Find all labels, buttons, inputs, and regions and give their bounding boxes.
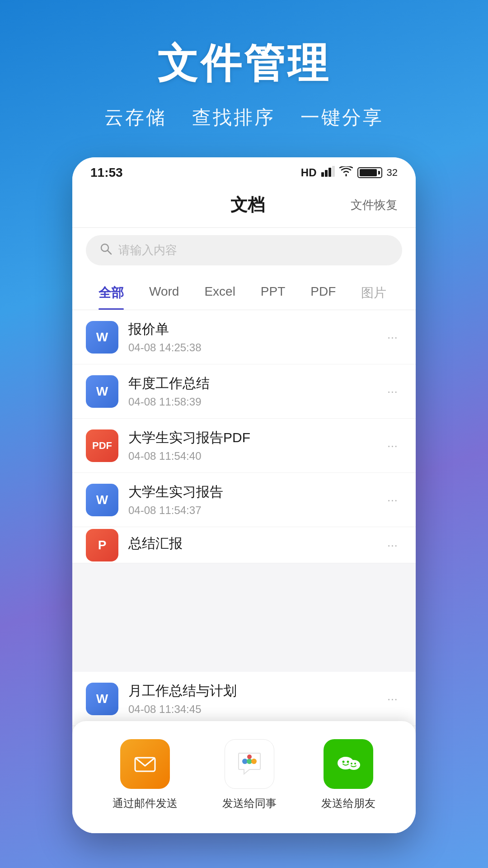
word-file-icon: W	[86, 375, 118, 408]
svg-rect-2	[328, 168, 331, 177]
svg-rect-0	[321, 172, 324, 177]
file-name: 年度工作总结	[128, 374, 383, 393]
tab-excel[interactable]: Excel	[192, 274, 248, 310]
battery-tip	[378, 171, 380, 175]
more-options-button[interactable]: ···	[383, 488, 402, 512]
tab-pdf[interactable]: PDF	[298, 274, 348, 310]
subtitle-cloud: 云存储	[104, 107, 167, 128]
svg-rect-1	[325, 170, 328, 177]
colleague-share-label: 发送给同事	[222, 796, 277, 811]
colleague-icon-svg	[235, 750, 264, 778]
wechat-share-icon	[324, 739, 373, 789]
page-title: 文档	[145, 193, 351, 217]
file-item[interactable]: W 年度工作总结 04-08 11:58:39 ···	[72, 364, 416, 419]
svg-point-10	[247, 755, 252, 759]
file-date: 04-08 11:54:40	[128, 450, 383, 462]
pdf-file-icon: PDF	[86, 429, 118, 462]
file-item[interactable]: PDF 大学生实习报告PDF 04-08 11:54:40 ···	[72, 419, 416, 473]
battery-level: 32	[387, 167, 398, 179]
svg-point-13	[342, 761, 344, 763]
battery-icon	[357, 167, 382, 178]
file-info: 大学生实习报告PDF 04-08 11:54:40	[128, 429, 383, 462]
file-info: 大学生实习报告 04-08 11:54:37	[128, 483, 383, 517]
phone-container: 11:53 HD	[72, 157, 416, 833]
email-share-icon	[120, 739, 170, 789]
share-option-colleague[interactable]: 发送给同事	[222, 739, 277, 811]
file-name: 大学生实习报告	[128, 483, 383, 501]
status-bar: 11:53 HD	[72, 157, 416, 184]
filter-tabs: 全部 Word Excel PPT PDF 图片	[72, 274, 416, 310]
signal-icon: HD	[301, 166, 317, 179]
file-date: 04-08 11:34:45	[128, 703, 383, 716]
status-icons: HD	[301, 166, 398, 179]
file-name: 月工作总结与计划	[128, 682, 383, 700]
share-option-email[interactable]: 通过邮件发送	[113, 739, 178, 811]
search-container: 请输入内容	[72, 228, 416, 274]
wechat-icon-svg	[333, 749, 364, 779]
share-option-wechat[interactable]: 发送给朋友	[321, 739, 375, 811]
svg-point-12	[347, 760, 360, 770]
svg-line-5	[108, 250, 111, 254]
more-options-button[interactable]: ···	[383, 687, 402, 711]
subtitle-share: 一键分享	[300, 107, 384, 128]
file-date: 04-08 11:54:37	[128, 504, 383, 517]
app-header: 文档 文件恢复	[72, 184, 416, 228]
svg-rect-3	[332, 166, 335, 177]
more-options-button[interactable]: ···	[383, 533, 402, 557]
tab-all[interactable]: 全部	[86, 274, 136, 310]
header-section: 文件管理 云存储 查找排序 一键分享	[0, 0, 488, 157]
more-options-button[interactable]: ···	[383, 380, 402, 403]
status-time: 11:53	[90, 165, 123, 180]
file-date: 04-08 14:25:38	[128, 341, 383, 354]
file-date: 04-08 11:58:39	[128, 396, 383, 408]
search-icon	[99, 242, 112, 258]
app-main-title: 文件管理	[18, 36, 470, 91]
svg-point-9	[251, 759, 257, 764]
svg-point-16	[354, 763, 356, 764]
word-file-icon: W	[86, 484, 118, 516]
share-options: 通过邮件发送 发送	[90, 739, 398, 811]
tab-word[interactable]: Word	[136, 274, 192, 310]
file-list-upper: W 报价单 04-08 14:25:38 ··· W 年度工作总结 04-08 …	[72, 310, 416, 563]
search-input-placeholder: 请输入内容	[118, 242, 177, 258]
phone-wrapper: 11:53 HD	[0, 157, 488, 833]
email-icon-svg	[131, 750, 159, 778]
search-bar[interactable]: 请输入内容	[86, 235, 402, 265]
file-info: 总结汇报	[128, 534, 383, 556]
wifi-icon	[339, 166, 353, 179]
word-file-icon: W	[86, 321, 118, 354]
file-item[interactable]: W 大学生实习报告 04-08 11:54:37 ···	[72, 473, 416, 527]
subtitle-search: 查找排序	[192, 107, 275, 128]
svg-point-15	[351, 763, 352, 764]
wechat-share-label: 发送给朋友	[321, 796, 375, 811]
more-options-button[interactable]: ···	[383, 434, 402, 458]
file-name: 报价单	[128, 320, 383, 339]
file-item[interactable]: P 总结汇报 ···	[72, 527, 416, 563]
signal-bars-icon	[321, 166, 335, 179]
file-recovery-button[interactable]: 文件恢复	[351, 197, 398, 213]
word-file-icon: W	[86, 683, 118, 715]
file-info: 年度工作总结 04-08 11:58:39	[128, 374, 383, 408]
battery-fill	[360, 169, 377, 176]
file-name: 大学生实习报告PDF	[128, 429, 383, 447]
email-share-label: 通过邮件发送	[113, 796, 178, 811]
colleague-share-icon	[225, 739, 274, 789]
tab-ppt[interactable]: PPT	[248, 274, 298, 310]
file-item[interactable]: W 月工作总结与计划 04-08 11:34:45 ···	[72, 672, 416, 726]
more-options-button[interactable]: ···	[383, 326, 402, 349]
header-subtitle: 云存储 查找排序 一键分享	[18, 105, 470, 130]
svg-point-14	[347, 761, 349, 763]
file-info: 报价单 04-08 14:25:38	[128, 320, 383, 354]
ppt-file-icon: P	[86, 529, 118, 561]
file-name: 总结汇报	[128, 534, 383, 553]
file-info: 月工作总结与计划 04-08 11:34:45	[128, 682, 383, 716]
file-item[interactable]: W 报价单 04-08 14:25:38 ···	[72, 310, 416, 364]
tab-img[interactable]: 图片	[348, 274, 399, 310]
share-popup: 通过邮件发送 发送	[72, 721, 416, 833]
